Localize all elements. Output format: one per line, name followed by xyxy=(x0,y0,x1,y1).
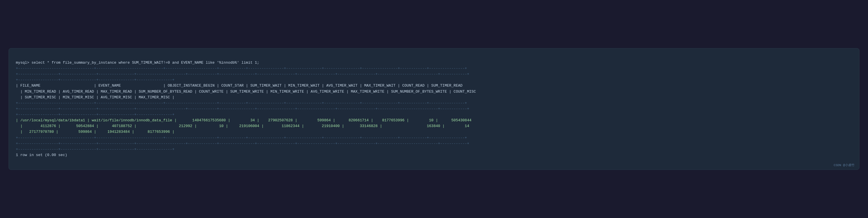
separator-line-6: +------------------+----------------+---… xyxy=(16,112,174,117)
data-line-3: | 27177970780 | 599864 | 1941283484 | 81… xyxy=(16,130,174,134)
separator-line-1: +----------------------------------+----… xyxy=(16,66,467,71)
data-line-1: | /usr/local/mysql/data/ibdata1 | wait/i… xyxy=(16,118,471,122)
result-line: 1 row in set (0.00 sec) xyxy=(16,153,67,157)
header-line-2: | MIN_TIMER_READ | AVG_TIMER_READ | MAX_… xyxy=(16,89,476,94)
separator-line-7: +----------------------------------+----… xyxy=(16,136,467,140)
data-line-2: | 4112876 | 50542884 | 407188752 | 21299… xyxy=(16,124,469,128)
terminal-content: mysql> select * from file_summary_by_ins… xyxy=(16,54,852,164)
separator-line-2: +------------------+----------------+---… xyxy=(16,72,469,76)
header-line-1: | FILE_NAME | EVENT_NAME | OBJECT_INSTAN… xyxy=(16,83,462,88)
terminal-window: mysql> select * from file_summary_by_ins… xyxy=(8,48,859,170)
separator-line-4: +----------------------------------+----… xyxy=(16,101,467,105)
header-line-3: | SUM_TIMER_MISC | MIN_TIMER_MISC | AVG_… xyxy=(16,95,174,100)
command-line: mysql> select * from file_summary_by_ins… xyxy=(16,60,259,65)
separator-line-9: +------------------+----------------+---… xyxy=(16,147,174,152)
separator-line-5: +------------------+----------------+---… xyxy=(16,107,469,111)
watermark-text: CSDN @小虐竹 xyxy=(834,163,855,167)
separator-line-3: +------------------+----------------+---… xyxy=(16,78,174,82)
separator-line-8: +------------------+----------------+---… xyxy=(16,141,469,146)
